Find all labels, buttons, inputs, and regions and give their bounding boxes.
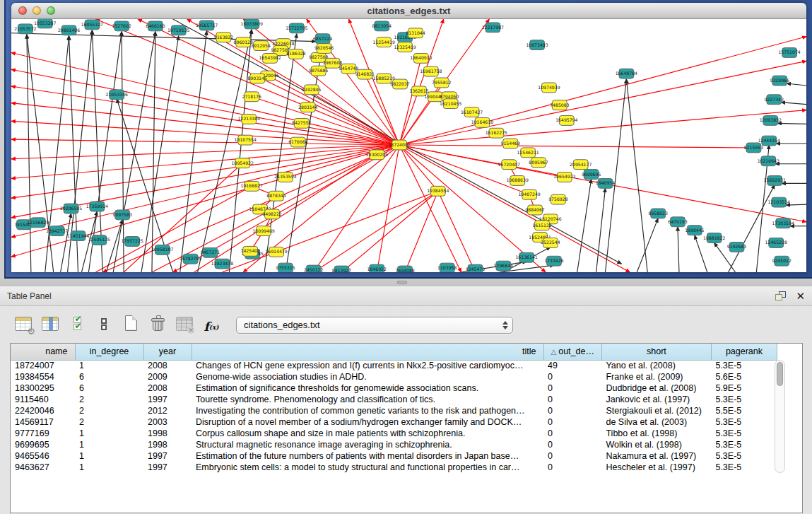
table-cell[interactable]: 0: [543, 394, 601, 405]
table-row[interactable]: 1830029562008Estimation of significance …: [11, 382, 777, 394]
graph-edge[interactable]: [11, 145, 399, 159]
table-cell[interactable]: 5.3E-5: [711, 394, 777, 405]
table-cell[interactable]: 9699695: [11, 439, 75, 450]
function-builder-icon[interactable]: [201, 317, 222, 337]
splitter-grip-icon[interactable]: [397, 281, 407, 284]
column-header-name[interactable]: name: [11, 344, 75, 360]
table-row[interactable]: 1456911722003Disruption of a novel membe…: [11, 416, 777, 428]
table-cell[interactable]: 1: [75, 439, 143, 450]
graph-edge[interactable]: [314, 145, 399, 272]
table-cell[interactable]: 2012: [143, 405, 192, 416]
graph-edge[interactable]: [596, 188, 606, 272]
graph-edge[interactable]: [399, 58, 421, 145]
column-header-short[interactable]: short: [601, 344, 711, 360]
table-cell[interactable]: Estimation of the future numbers of pati…: [192, 450, 543, 462]
graph-edge[interactable]: [152, 32, 155, 272]
table-cell[interactable]: Investigating the contribution of common…: [192, 405, 543, 416]
table-cell[interactable]: Franke et al. (2009): [601, 371, 711, 382]
column-header-in_degree[interactable]: in_degree: [75, 344, 143, 360]
minimize-window-icon[interactable]: [33, 6, 41, 15]
table-row[interactable]: 946554611997Estimation of the future num…: [11, 450, 777, 462]
panel-splitter[interactable]: [0, 279, 812, 286]
table-row[interactable]: 1938455462009Genome-wide association stu…: [11, 371, 777, 382]
table-cell[interactable]: Structural magnetic resonance image aver…: [192, 439, 543, 450]
graph-edge[interactable]: [11, 86, 399, 145]
new-column-icon[interactable]: [120, 313, 141, 333]
table-cell[interactable]: 5.3E-5: [711, 462, 777, 473]
table-cell[interactable]: Hescheler et al. (1997): [601, 462, 711, 473]
graph-edge[interactable]: [577, 179, 592, 272]
table-cell[interactable]: 9115460: [11, 394, 75, 405]
table-cell[interactable]: 0: [543, 462, 601, 473]
table-row[interactable]: 911546021997Tourette syndrome. Phenomeno…: [11, 394, 777, 405]
table-scrollbar[interactable]: [775, 360, 785, 473]
graph-edge[interactable]: [27, 35, 31, 272]
table-selector-dropdown[interactable]: citations_edges.txt: [236, 317, 513, 334]
graph-edge[interactable]: [122, 32, 124, 272]
table-cell[interactable]: 2: [75, 394, 143, 405]
table-row[interactable]: 969969511998Structural magnetic resonanc…: [11, 439, 777, 450]
table-cell[interactable]: 5.3E-5: [711, 450, 777, 462]
row-stack-icon[interactable]: [93, 315, 114, 334]
table-cell[interactable]: 0: [543, 382, 601, 394]
table-cell[interactable]: 1997: [143, 394, 192, 405]
table-cell[interactable]: Changes of HCN gene expression and I(f) …: [192, 360, 543, 371]
table-cell[interactable]: 2009: [143, 371, 192, 382]
close-panel-icon[interactable]: ✕: [796, 291, 805, 301]
graph-edge[interactable]: [787, 83, 806, 86]
table-cell[interactable]: Disruption of a novel member of a sodium…: [192, 416, 543, 428]
column-header-pagerank[interactable]: pagerank: [711, 344, 777, 360]
column-header-year[interactable]: year: [143, 344, 192, 360]
table-cell[interactable]: 1: [75, 360, 143, 371]
citation-network-graph[interactable]: 2105357210553287208914061605532715276026…: [11, 19, 806, 272]
table-cell[interactable]: 6: [75, 371, 143, 382]
graph-edge[interactable]: [61, 214, 71, 272]
table-row[interactable]: 977716911998Corpus callosum shape and si…: [11, 428, 777, 439]
graph-edge[interactable]: [268, 76, 399, 145]
table-cell[interactable]: 5.5E-5: [711, 405, 777, 416]
graph-edge[interactable]: [399, 145, 461, 272]
table-cell[interactable]: Jankovic et al. (1997): [601, 394, 711, 405]
table-cell[interactable]: Tibbo et al. (1998): [601, 428, 711, 439]
table-cell[interactable]: Genome-wide association studies in ADHD.: [192, 371, 543, 382]
table-cell[interactable]: 5.9E-5: [711, 382, 777, 394]
table-cell[interactable]: 1997: [143, 462, 192, 473]
table-cell[interactable]: 1998: [143, 428, 192, 439]
table-cell[interactable]: 5.3E-5: [711, 416, 777, 428]
table-cell[interactable]: 2: [75, 405, 143, 416]
table-cell[interactable]: 22420046: [11, 405, 75, 416]
window-titlebar[interactable]: citations_edges.txt: [11, 3, 806, 19]
graph-edge[interactable]: [777, 123, 806, 124]
table-cell[interactable]: Estimation of significance thresholds fo…: [192, 382, 543, 394]
table-cell[interactable]: de Silva et al. (2003): [601, 416, 711, 428]
table-cell[interactable]: 9465546: [11, 450, 75, 462]
graph-edge[interactable]: [11, 121, 399, 145]
table-cell[interactable]: 18300295: [11, 382, 75, 394]
table-cell[interactable]: Wolkin et al. (1998): [601, 439, 711, 450]
network-canvas[interactable]: 2105357210553287208914061605532715276026…: [11, 19, 806, 272]
graph-edge[interactable]: [678, 227, 679, 272]
table-cell[interactable]: 0: [543, 416, 601, 428]
graph-edge[interactable]: [405, 191, 438, 272]
table-cell[interactable]: 2: [75, 416, 143, 428]
table-cell[interactable]: 5.3E-5: [711, 439, 777, 450]
graph-edge[interactable]: [11, 139, 399, 145]
delete-column-icon[interactable]: [147, 314, 168, 334]
table-cell[interactable]: 0: [543, 439, 601, 450]
column-header-out_de[interactable]: △out_de…: [543, 344, 601, 360]
table-cell[interactable]: 0: [543, 371, 601, 382]
show-column-icon[interactable]: [40, 314, 61, 334]
table-cell[interactable]: 0: [543, 450, 601, 462]
table-cell[interactable]: 9463627: [11, 462, 75, 473]
graph-edge[interactable]: [606, 79, 627, 272]
graph-edge[interactable]: [695, 235, 707, 272]
graph-edge[interactable]: [399, 110, 806, 145]
delete-table-icon[interactable]: [174, 314, 195, 334]
graph-edge[interactable]: [11, 33, 316, 42]
table-scrollbar-thumb[interactable]: [777, 362, 783, 386]
table-cell[interactable]: Nakamura et al. (1997): [601, 450, 711, 462]
close-window-icon[interactable]: [18, 6, 27, 15]
graph-edge[interactable]: [626, 79, 647, 272]
graph-edge[interactable]: [786, 204, 806, 205]
graph-edge[interactable]: [27, 35, 54, 272]
